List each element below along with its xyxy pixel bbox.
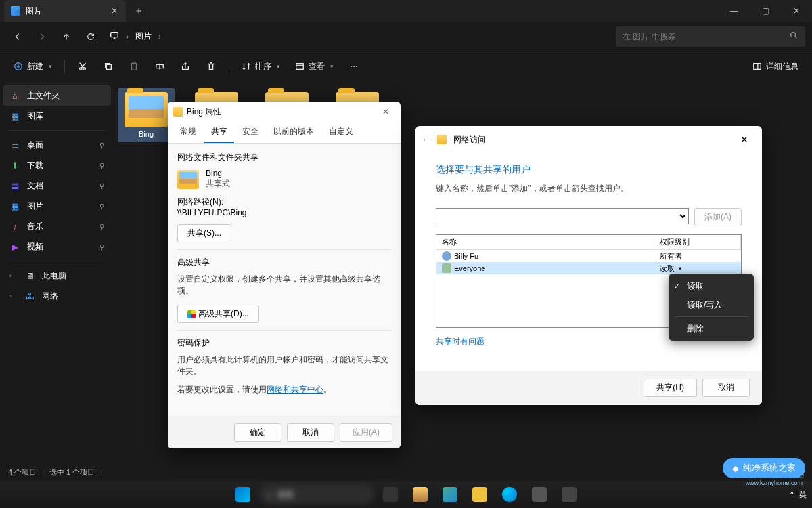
dialog-titlebar[interactable]: Bing 属性 ✕ [168,102,401,122]
back-icon[interactable]: ← [422,135,430,144]
paste-button[interactable] [122,56,146,77]
help-link[interactable]: 共享时有问题 [436,337,484,346]
menu-item-readwrite[interactable]: 读取/写入 [669,295,754,314]
svg-point-1 [791,33,796,37]
window-tab[interactable]: 图片 ✕ [4,0,126,22]
section-heading: 高级共享 [177,257,391,268]
widgets-button[interactable] [407,481,434,508]
tab-customize[interactable]: 自定义 [322,122,360,143]
rename-button[interactable] [148,56,172,77]
minimize-button[interactable]: — [719,0,750,22]
column-permission[interactable]: 权限级别 [654,235,741,249]
ok-button[interactable]: 确定 [234,423,281,442]
cut-button[interactable] [70,56,95,77]
home-icon: ⌂ [9,90,20,101]
store-button[interactable] [526,481,553,508]
sidebar-item-desktop[interactable]: ▭桌面⚲ [3,135,111,155]
sidebar-item-network[interactable]: ›🖧网络 [3,286,111,306]
menu-item-read[interactable]: 读取 [669,276,754,295]
close-icon[interactable]: ✕ [376,107,395,117]
tab-sharing[interactable]: 共享 [204,122,234,143]
edge-button[interactable] [496,481,523,508]
add-button[interactable]: 添加(A) [694,208,742,226]
new-button[interactable]: 新建▾ [7,56,59,77]
delete-button[interactable] [199,56,223,77]
search-input[interactable] [623,32,789,41]
close-button[interactable]: ✕ [781,0,812,22]
chevron-up-icon[interactable]: ^ [790,490,794,499]
status-bar: 4 个项目 | 选中 1 个项目 | [0,463,812,481]
share-button[interactable] [173,56,198,77]
sidebar-item-videos[interactable]: ▶视频⚲ [3,236,111,257]
menu-item-remove[interactable]: 删除 [669,319,754,338]
new-tab-button[interactable]: ＋ [126,5,152,17]
dialog-title: Bing 属性 [187,106,221,118]
settings-button[interactable] [556,481,583,508]
details-pane-button[interactable]: 详细信息 [746,56,805,77]
breadcrumb[interactable]: › 图片 › [110,30,613,42]
pictures-icon: ▦ [9,200,20,211]
sidebar-item-music[interactable]: ♪音乐⚲ [3,216,111,236]
close-icon[interactable]: ✕ [734,134,755,145]
up-button[interactable] [55,26,77,47]
share-confirm-button[interactable]: 共享(H) [644,379,697,397]
tab-general[interactable]: 常规 [173,122,203,143]
view-button[interactable]: 查看▾ [288,56,340,77]
shared-state: 共享式 [206,178,230,190]
pin-icon: ⚲ [99,182,104,190]
tab-previous-versions[interactable]: 以前的版本 [267,122,321,143]
dialog-footer: 共享(H) 取消 [415,371,762,405]
cancel-button[interactable]: 取消 [287,423,334,442]
folder-icon [125,92,168,127]
path-label: 网络路径(N): [177,196,391,208]
permission-dropdown[interactable]: 读取▼ [654,263,741,274]
close-tab-icon[interactable]: ✕ [110,5,119,17]
watermark-text: 纯净系统之家 [743,462,796,474]
user-row[interactable]: Billy Fu 所有者 [436,250,741,262]
more-button[interactable]: ⋯ [342,56,366,77]
user-combobox[interactable] [436,208,689,224]
sidebar-label: 图库 [27,110,43,122]
sidebar-item-documents[interactable]: ▤文档⚲ [3,175,111,196]
sidebar-item-gallery[interactable]: ▦图库 [3,106,111,126]
forward-button[interactable] [31,26,53,47]
maximize-button[interactable]: ▢ [750,0,781,22]
folder-item[interactable]: Bing [118,88,175,142]
ime-indicator[interactable]: 英 [799,490,807,500]
copilot-button[interactable] [436,481,464,508]
advanced-sharing-button[interactable]: 高级共享(D)... [177,305,259,323]
sort-button[interactable]: 排序▾ [235,56,287,77]
network-center-link[interactable]: 网络和共享中心 [267,385,323,394]
start-button[interactable] [229,481,256,508]
titlebar: 图片 ✕ ＋ — ▢ ✕ [0,0,812,22]
apply-button[interactable]: 应用(A) [340,423,392,442]
copilot-icon [443,487,457,502]
user-name: Everyone [454,264,485,272]
dialog-titlebar[interactable]: ← 网络访问 ✕ [415,126,762,153]
copy-button[interactable] [96,56,120,77]
system-tray[interactable]: ^ 英 [790,490,807,500]
share-button[interactable]: 共享(S)... [177,224,231,242]
sidebar-item-home[interactable]: ⌂主文件夹 [3,85,111,106]
column-name[interactable]: 名称 [436,235,654,249]
list-header: 名称 权限级别 [436,235,741,250]
taskview-icon [383,487,398,502]
taskbar-search[interactable]: ⌕搜索 [259,484,374,505]
search-box[interactable] [616,26,805,47]
user-row[interactable]: Everyone 读取▼ [436,262,741,274]
cancel-button[interactable]: 取消 [702,379,750,397]
divider [674,316,748,317]
back-button[interactable] [7,26,28,47]
task-view-button[interactable] [377,481,404,508]
section-heading: 密码保护 [177,337,391,349]
breadcrumb-item[interactable]: 图片 [135,30,152,42]
explorer-icon [472,487,487,502]
refresh-button[interactable] [80,26,102,47]
network-path: \\BILLYFU-PC\Bing [177,208,391,217]
sidebar-item-thispc[interactable]: ›🖥此电脑 [3,266,111,286]
tab-security[interactable]: 安全 [235,122,265,143]
monitor-icon [110,30,119,42]
sidebar-item-downloads[interactable]: ⬇下载⚲ [3,155,111,175]
sidebar-item-pictures[interactable]: ▦图片⚲ [3,196,111,216]
explorer-button[interactable] [466,481,493,508]
